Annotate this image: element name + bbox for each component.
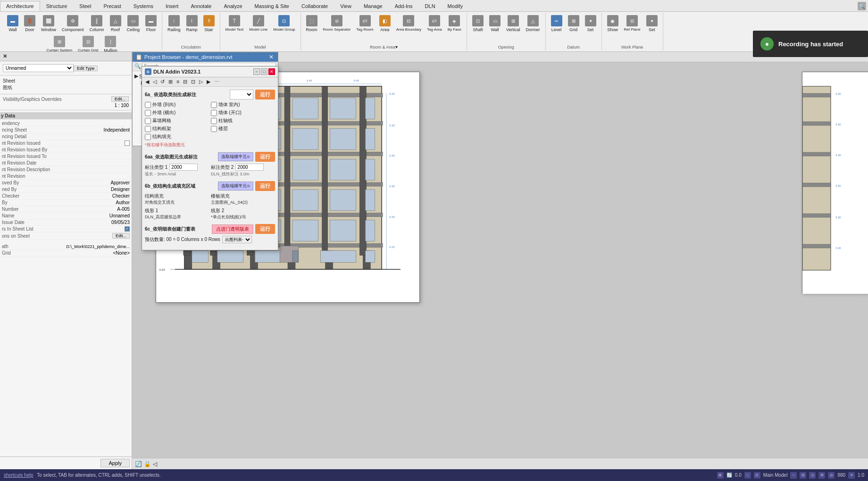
panel-close[interactable]: ✕ (3, 53, 7, 59)
tab-structure[interactable]: Structure (40, 1, 74, 11)
vertical-button[interactable]: ⊞ Vertical (504, 14, 523, 33)
mullion-button[interactable]: | Mullion (101, 34, 120, 54)
apply-button[interactable]: Apply (100, 459, 130, 467)
status-icon-4[interactable]: ─ (790, 472, 797, 479)
tag-area-button[interactable]: 🏷 Tag Area (425, 14, 444, 33)
curtain-system-button[interactable]: ⊞ Curtain System (44, 34, 75, 54)
dln-tool-1[interactable]: ◀ (144, 78, 150, 85)
view-sync-icon[interactable]: 🔄 (135, 461, 142, 467)
set-datum-button[interactable]: ✦ Set (583, 14, 599, 33)
by-face-button[interactable]: ◈ By Face (445, 14, 464, 33)
room-button[interactable]: ⬚ Room (304, 14, 320, 33)
6a-run-button[interactable]: 运行 (255, 90, 275, 100)
cb-structural-frame-input[interactable] (145, 126, 151, 132)
dln-tool-4[interactable]: ⊞ (167, 78, 174, 85)
tab-collaborate[interactable]: Collaborate (295, 1, 334, 11)
tab-precast[interactable]: Precast (97, 1, 127, 11)
dln-tool-7[interactable]: ⊡ (190, 78, 197, 85)
dln-tool-9[interactable]: ▶ (205, 78, 212, 85)
6a-hint[interactable]: *按右键手动选取图元 (145, 142, 275, 148)
cb-outer-wall-horizontal-input[interactable] (145, 110, 151, 116)
component-button[interactable]: ⚙ Component (59, 14, 86, 33)
door-button[interactable]: 🚪 Door (22, 14, 38, 33)
dln-tool-3[interactable]: ↺ (159, 78, 166, 85)
dln-tool-5[interactable]: ≡ (175, 78, 181, 85)
window-button[interactable]: ⬜ Window (39, 14, 58, 33)
ref-plane-button[interactable]: ⊟ Ref Plane (622, 14, 643, 33)
dln-close-button[interactable]: ✕ (268, 68, 275, 75)
status-icon-8[interactable]: ◎ (828, 472, 835, 479)
tab-massing[interactable]: Massing & Site (249, 1, 295, 11)
6c-output-select[interactable]: 出图列表- (222, 236, 252, 243)
status-icon-2[interactable]: □ (744, 472, 751, 479)
cb-curtain-grid-input[interactable] (145, 118, 151, 124)
views-edit-button[interactable]: Edit... (112, 233, 130, 239)
floor-button[interactable]: ▬ Floor (143, 14, 159, 33)
room-sep-button[interactable]: ⊘ Room Separator (321, 14, 353, 33)
dln-minimize-button[interactable]: − (253, 68, 260, 75)
model-text-button[interactable]: T Model Text (223, 14, 246, 33)
6c-preview-button[interactable]: 点进门透明版表 (212, 224, 253, 234)
ribbon-search[interactable]: 🔍 (858, 2, 866, 10)
status-icon-5[interactable]: ⊟ (800, 472, 806, 479)
status-icon-9[interactable]: ✕ (848, 472, 855, 479)
pb-close-button[interactable]: ✕ (267, 54, 275, 60)
tab-addins[interactable]: Add-Ins (389, 1, 419, 11)
appears-checkbox[interactable]: ✓ (125, 226, 130, 232)
tab-insert[interactable]: Insert (159, 1, 185, 11)
cb-structural-fill-input[interactable] (145, 134, 151, 140)
show-workplane-button[interactable]: ◉ Show (605, 14, 621, 33)
railing-button[interactable]: ⫶ Railing (165, 14, 183, 33)
rev-issued-checkbox[interactable] (125, 141, 130, 146)
dln-tool-6[interactable]: ⊟ (182, 78, 189, 85)
6aa-run-button[interactable]: 运行 (255, 152, 275, 162)
6b-filter-button[interactable]: 选取端捕半元⊙ (218, 182, 253, 191)
graphics-edit-button[interactable]: Edit... (111, 96, 129, 102)
model-group-button[interactable]: ⊡ Model Group (271, 14, 297, 33)
tab-modify[interactable]: Modify (442, 1, 469, 11)
cb-column-axis-input[interactable] (211, 118, 217, 124)
shortcuts-help-link[interactable]: shortcuts help (4, 473, 33, 478)
shaft-button[interactable]: ⊡ Shaft (470, 14, 486, 33)
6aa-type1-input[interactable] (169, 164, 198, 171)
dln-tool-8[interactable]: ▷ (198, 78, 204, 85)
tab-dln[interactable]: DLN (419, 1, 442, 11)
6c-run-button[interactable]: 运行 (255, 224, 275, 234)
cb-wall-opening-input[interactable] (211, 110, 217, 116)
ramp-button[interactable]: ⌇ Ramp (184, 14, 200, 33)
tab-analyze[interactable]: Analyze (217, 1, 248, 11)
6a-select[interactable] (230, 90, 253, 100)
room-area-dropdown[interactable]: ▾ (395, 44, 398, 50)
6aa-type2-input[interactable] (235, 164, 264, 171)
tab-manage[interactable]: Manage (358, 1, 389, 11)
ceiling-button[interactable]: ▭ Ceiling (125, 14, 142, 33)
tab-steel[interactable]: Steel (73, 1, 97, 11)
view-nav-icon[interactable]: ◁ (153, 461, 157, 467)
tab-systems[interactable]: Systems (127, 1, 159, 11)
cb-floor-level-input[interactable] (211, 126, 217, 132)
dln-tool-10[interactable]: ⋯ (213, 78, 221, 85)
stair-button[interactable]: ⇑ Stair (201, 14, 217, 33)
tab-architecture[interactable]: Architecture (0, 1, 40, 11)
dln-tool-2[interactable]: ◁ (151, 78, 158, 85)
edit-type-button[interactable]: Edit Type (74, 66, 98, 71)
dln-maximize-button[interactable]: □ (261, 68, 267, 75)
cb-outer-wall-direction-input[interactable] (145, 102, 151, 108)
dormer-button[interactable]: △ Dormer (524, 14, 542, 33)
area-boundary-button[interactable]: ⊟ Area Boundary (394, 14, 424, 33)
model-line-button[interactable]: ╱ Model Line (247, 14, 270, 33)
tab-view[interactable]: View (334, 1, 358, 11)
wall-button[interactable]: ▬ Wall (5, 14, 21, 33)
status-icon-1[interactable]: ⊞ (717, 472, 724, 479)
column-button[interactable]: ║ Column (87, 14, 107, 33)
view-lock-icon[interactable]: 🔒 (144, 461, 151, 467)
view-filter-select[interactable]: Unnamed (3, 64, 74, 72)
6aa-filter-button[interactable]: 选取端捕半元⊙ (218, 152, 253, 161)
tag-room-button[interactable]: 🏷 Tag Room (354, 14, 376, 33)
status-icon-7[interactable]: ⚙ (818, 472, 825, 479)
tab-annotate[interactable]: Annotate (184, 1, 217, 11)
status-icon-6[interactable]: ◷ (809, 472, 816, 479)
set-workplane-button[interactable]: ✦ Set (644, 14, 660, 33)
wall-opening-button[interactable]: ▭ Wall (487, 14, 503, 33)
level-button[interactable]: ═ Level (549, 14, 565, 33)
